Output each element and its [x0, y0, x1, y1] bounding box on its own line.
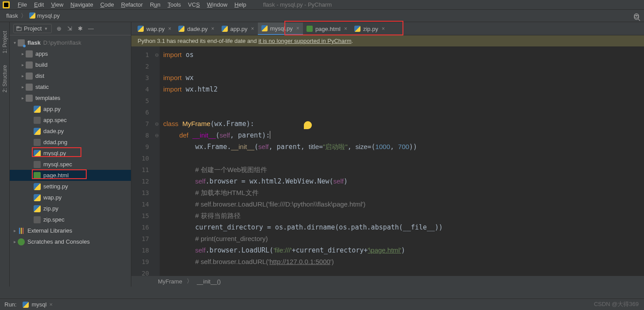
tree-folder-dist[interactable]: dist — [10, 70, 131, 81]
pycharm-logo-icon — [3, 1, 10, 8]
project-scope-label: Project — [24, 25, 42, 32]
close-icon[interactable]: × — [49, 301, 53, 308]
toolwin-structure-button[interactable]: 2: Structure — [2, 65, 8, 92]
select-open-icon[interactable]: ⊕ — [55, 25, 62, 32]
tree-label: mysql.py — [43, 150, 66, 157]
tree-file-page-html[interactable]: page.html — [10, 170, 131, 181]
python-file-icon — [34, 150, 41, 157]
tab-label: mysql.py — [270, 25, 293, 32]
tree-file[interactable]: wap.py — [10, 192, 131, 203]
main-menu-bar: File Edit View Navigate Code Refactor Ru… — [0, 0, 644, 10]
close-icon[interactable]: × — [251, 26, 254, 32]
menu-run[interactable]: Run — [146, 0, 164, 9]
tree-file[interactable]: setting.py — [10, 181, 131, 192]
project-icon — [16, 26, 22, 31]
editor-tab[interactable]: wap.py× — [134, 23, 175, 35]
tree-root[interactable]: flask D:\python\flask — [10, 37, 131, 48]
python-file-icon — [138, 26, 144, 32]
tree-file[interactable]: app.spec — [10, 115, 131, 126]
toolwin-project-button[interactable]: 1: Project — [2, 31, 8, 54]
tree-file[interactable]: zip.spec — [10, 214, 131, 225]
tree-scratches[interactable]: Scratches and Consoles — [10, 236, 131, 247]
gear-icon[interactable]: ✱ — [77, 25, 84, 32]
menu-navigate[interactable]: Navigate — [67, 0, 96, 9]
menu-help[interactable]: Help — [231, 0, 250, 9]
crumb-project[interactable]: flask — [6, 12, 18, 19]
python-file-icon — [261, 25, 268, 31]
navigation-bar: flask 〉 mysql.py — [0, 10, 644, 22]
tree-file[interactable]: dade.py — [10, 126, 131, 137]
tab-label: zip.py — [363, 26, 378, 32]
breadcrumb-function[interactable]: __init__() — [197, 278, 221, 285]
line-gutter: 1234567891011121314151617181920 — [131, 46, 153, 276]
project-tree[interactable]: flask D:\python\flask apps build dist st… — [10, 35, 131, 287]
tab-label: dade.py — [187, 26, 207, 32]
tree-file[interactable]: app.py — [10, 103, 131, 115]
menu-view[interactable]: View — [47, 0, 67, 9]
editor-tab[interactable]: dade.py× — [175, 23, 218, 35]
html-file-icon — [34, 172, 41, 179]
tree-folder-apps[interactable]: apps — [10, 48, 131, 59]
chevron-down-icon: ▼ — [44, 27, 48, 31]
window-title: flask - mysql.py - PyCharm — [263, 1, 332, 8]
close-icon[interactable]: × — [168, 26, 171, 32]
tree-file[interactable]: ddad.png — [10, 137, 131, 148]
fold-column[interactable]: ⊖ ⊖⊖ — [153, 46, 160, 276]
menu-file[interactable]: File — [14, 0, 31, 9]
tree-file[interactable]: mysql.spec — [10, 159, 131, 170]
editor-tab-active[interactable]: mysql.py× — [258, 23, 303, 35]
menu-refactor[interactable]: Refactor — [118, 0, 146, 9]
close-icon[interactable]: × — [344, 26, 347, 32]
breadcrumb-class[interactable]: MyFrame — [158, 278, 182, 285]
tree-label: static — [35, 84, 49, 90]
intention-bulb-icon[interactable] — [304, 121, 312, 129]
crumb-sep-icon: 〉 — [21, 12, 27, 20]
menu-window[interactable]: Window — [203, 0, 231, 9]
editor-tab[interactable]: page.html× — [303, 23, 351, 35]
run-tab[interactable]: mysql × — [23, 301, 53, 308]
editor-tab[interactable]: app.py× — [218, 23, 258, 35]
editor-breadcrumb[interactable]: MyFrame 〉 __init__() — [131, 276, 644, 287]
menu-code[interactable]: Code — [97, 0, 118, 9]
tree-label: app.py — [43, 106, 61, 112]
python-file-icon — [222, 26, 228, 32]
code-editor[interactable]: 1234567891011121314151617181920 ⊖ ⊖⊖ imp… — [131, 46, 644, 276]
interpreter-warning-banner[interactable]: Python 3.1 has reached its end-of-life d… — [131, 35, 644, 46]
python-file-icon — [34, 194, 41, 201]
python-file-icon — [34, 205, 41, 212]
tree-external-libs[interactable]: External Libraries — [10, 225, 131, 236]
close-icon[interactable]: × — [296, 25, 299, 31]
menu-tools[interactable]: Tools — [164, 0, 184, 9]
menu-edit[interactable]: Edit — [31, 0, 47, 9]
close-icon[interactable]: × — [211, 26, 214, 32]
image-file-icon — [34, 139, 41, 146]
tree-label: setting.py — [43, 183, 68, 190]
python-file-icon — [178, 26, 184, 32]
tree-label: templates — [35, 95, 60, 101]
expand-icon[interactable]: ⇲ — [66, 25, 73, 32]
tree-label: apps — [35, 50, 48, 57]
folder-icon — [26, 84, 33, 91]
tree-label: External Libraries — [27, 227, 72, 234]
menu-vcs[interactable]: VCS — [184, 0, 203, 9]
tree-root-label: flask — [27, 39, 41, 46]
tree-folder-templates[interactable]: templates — [10, 92, 131, 103]
project-scope-selector[interactable]: Project ▼ — [13, 24, 52, 33]
crumb-file[interactable]: mysql.py — [29, 12, 60, 19]
search-icon[interactable] — [633, 14, 641, 22]
tree-label: page.html — [43, 172, 69, 179]
folder-icon — [26, 95, 33, 102]
tree-label: Scratches and Consoles — [27, 238, 90, 245]
tab-label: app.py — [230, 26, 248, 32]
tree-folder-static[interactable]: static — [10, 81, 131, 92]
close-icon[interactable]: × — [382, 26, 385, 32]
editor-tab[interactable]: zip.py× — [351, 23, 388, 35]
tree-folder-build[interactable]: build — [10, 59, 131, 70]
tree-file[interactable]: zip.py — [10, 203, 131, 214]
tree-label: app.spec — [43, 117, 67, 123]
svg-line-3 — [638, 19, 640, 21]
hide-icon[interactable]: — — [87, 25, 94, 32]
code-text[interactable]: import os import wx import wx.html2 clas… — [160, 46, 644, 276]
editor-area: wap.py× dade.py× app.py× mysql.py× page.… — [131, 22, 644, 287]
tree-file-mysql[interactable]: mysql.py — [10, 148, 131, 159]
